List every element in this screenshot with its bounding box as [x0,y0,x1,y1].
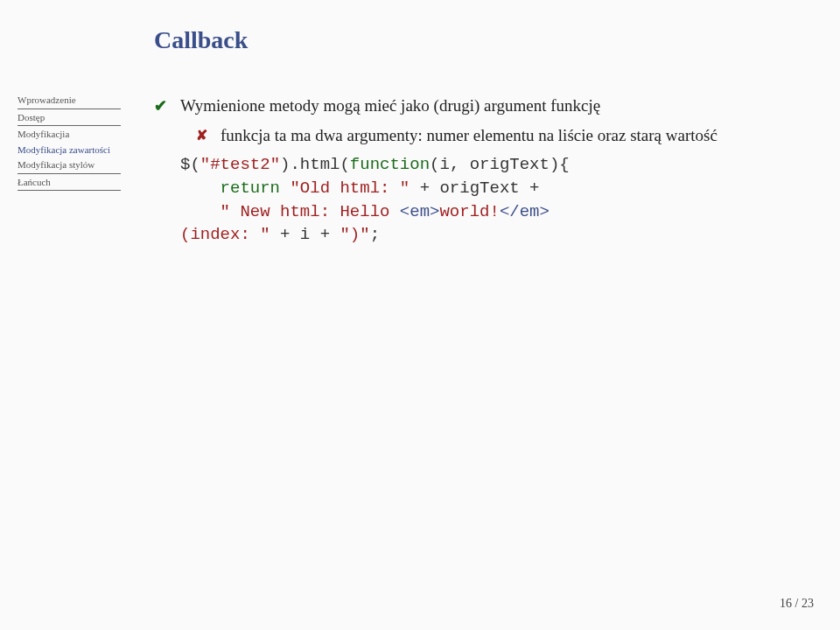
subbullet-text: funkcja ta ma dwa argumenty: numer eleme… [220,122,718,148]
page-current: 16 [780,597,792,610]
sidebar-rule [18,190,121,191]
code-str: " New html: Hello [220,202,400,221]
slide: Callback Wprowadzenie Dostęp Modyfikacji… [0,0,840,630]
code-html: </em> [500,202,550,221]
sidebar-item-wprowadzenie[interactable]: Wprowadzenie [18,93,121,109]
sidebar-label: Modyfikacjia [18,129,69,139]
sidebar-label: Modyfikacja zawartości [18,144,110,155]
sidebar-nav: Wprowadzenie Dostęp Modyfikacjia Modyfik… [18,93,121,192]
code-t: $( [180,155,200,174]
code-str: ")" [340,225,369,244]
sidebar-item-modyfikacjia[interactable]: Modyfikacjia [18,127,121,142]
sidebar-label: Dostęp [18,112,45,122]
code-str: "Old html: " [290,178,410,198]
bullet-main: ✔ Wymienione metody mogą mieć jako (drug… [154,93,802,119]
sidebar-item-modyfikacja-zawartosci[interactable]: Modyfikacja zawartości [18,143,121,158]
subbullet: ✘ funkcja ta ma dwa argumenty: numer ele… [196,122,802,148]
slide-title: Callback [154,26,248,54]
x-icon: ✘ [196,122,220,147]
sidebar-rule [18,125,121,126]
code-kw: function [350,155,430,174]
code-t [180,202,220,221]
page-number: 16 / 23 [780,597,814,611]
code-kw: return [220,178,280,198]
code-t: + i + [270,225,340,244]
page-total: 23 [802,597,814,610]
code-t [280,178,290,198]
code-block: $("#test2").html(function(i, origText){ … [180,153,802,246]
sidebar-label: Łańcuch [18,177,51,187]
code-t: ; [370,225,380,244]
sidebar-item-modyfikacja-stylow[interactable]: Modyfikacja stylów [18,158,121,174]
sidebar-label: Wprowadzenie [18,94,76,105]
check-icon: ✔ [154,93,180,119]
code-str: world! [439,202,499,221]
code-str: (index: " [180,225,270,244]
sidebar-rule [18,173,121,174]
sidebar-item-lancuch[interactable]: Łańcuch [18,175,121,192]
code-t: (i, origText){ [430,155,570,174]
bullet-text: Wymienione metody mogą mieć jako (drugi)… [180,93,600,118]
sidebar-item-dostep[interactable]: Dostęp [18,110,121,127]
sidebar-label: Modyfikacja stylów [18,159,94,170]
content-area: ✔ Wymienione metody mogą mieć jako (drug… [154,93,802,247]
code-t: + origText + [410,178,539,198]
code-html: <em> [400,202,440,221]
sidebar-rule [18,108,121,109]
code-t: ).html( [280,155,350,174]
page-sep: / [792,597,802,610]
code-t [180,178,220,198]
code-str: "#test2" [200,155,280,174]
